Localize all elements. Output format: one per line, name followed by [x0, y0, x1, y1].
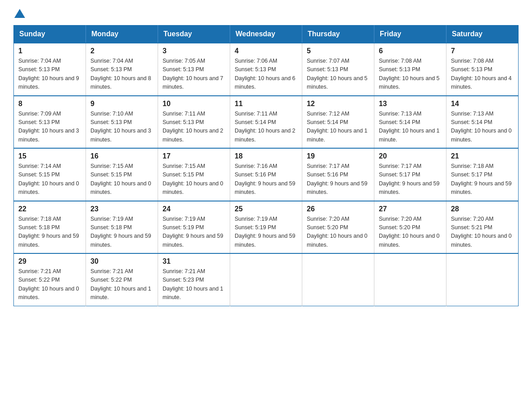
calendar-table: SundayMondayTuesdayWednesdayThursdayFrid…: [13, 25, 519, 306]
day-number: 24: [163, 205, 225, 213]
day-cell: 6 Sunrise: 7:08 AMSunset: 5:13 PMDayligh…: [374, 43, 446, 96]
day-number: 4: [235, 47, 297, 55]
day-info: Sunrise: 7:19 AMSunset: 5:18 PMDaylight:…: [90, 216, 151, 248]
day-number: 29: [18, 257, 81, 265]
day-cell: 27 Sunrise: 7:20 AMSunset: 5:20 PMDaylig…: [374, 201, 446, 254]
day-cell: 21 Sunrise: 7:18 AMSunset: 5:17 PMDaylig…: [446, 148, 519, 201]
day-cell: 17 Sunrise: 7:15 AMSunset: 5:15 PMDaylig…: [158, 148, 230, 201]
day-info: Sunrise: 7:04 AMSunset: 5:13 PMDaylight:…: [90, 58, 151, 90]
day-cell: 23 Sunrise: 7:19 AMSunset: 5:18 PMDaylig…: [86, 201, 158, 254]
day-number: 6: [379, 47, 442, 55]
header-wednesday: Wednesday: [230, 26, 302, 43]
day-number: 27: [379, 205, 442, 213]
day-cell: 31 Sunrise: 7:21 AMSunset: 5:23 PMDaylig…: [158, 253, 230, 306]
day-cell: 18 Sunrise: 7:16 AMSunset: 5:16 PMDaylig…: [230, 148, 302, 201]
day-cell: [374, 253, 446, 306]
day-cell: 5 Sunrise: 7:07 AMSunset: 5:13 PMDayligh…: [302, 43, 374, 96]
day-info: Sunrise: 7:10 AMSunset: 5:13 PMDaylight:…: [90, 111, 151, 143]
week-row-5: 29 Sunrise: 7:21 AMSunset: 5:22 PMDaylig…: [14, 253, 519, 306]
header-saturday: Saturday: [446, 26, 519, 43]
day-cell: 28 Sunrise: 7:20 AMSunset: 5:21 PMDaylig…: [446, 201, 519, 254]
day-cell: 9 Sunrise: 7:10 AMSunset: 5:13 PMDayligh…: [86, 96, 158, 149]
day-number: 31: [163, 257, 225, 265]
day-number: 23: [90, 205, 153, 213]
day-cell: 13 Sunrise: 7:13 AMSunset: 5:14 PMDaylig…: [374, 96, 446, 149]
day-cell: 10 Sunrise: 7:11 AMSunset: 5:13 PMDaylig…: [158, 96, 230, 149]
day-cell: 8 Sunrise: 7:09 AMSunset: 5:13 PMDayligh…: [14, 96, 86, 149]
day-cell: 14 Sunrise: 7:13 AMSunset: 5:14 PMDaylig…: [446, 96, 519, 149]
day-info: Sunrise: 7:21 AMSunset: 5:22 PMDaylight:…: [18, 268, 79, 300]
day-info: Sunrise: 7:19 AMSunset: 5:19 PMDaylight:…: [163, 216, 223, 248]
day-info: Sunrise: 7:17 AMSunset: 5:17 PMDaylight:…: [379, 163, 440, 195]
day-number: 15: [18, 152, 81, 160]
day-cell: 7 Sunrise: 7:08 AMSunset: 5:13 PMDayligh…: [446, 43, 519, 96]
day-cell: 24 Sunrise: 7:19 AMSunset: 5:19 PMDaylig…: [158, 201, 230, 254]
day-cell: [230, 253, 302, 306]
day-cell: 22 Sunrise: 7:18 AMSunset: 5:18 PMDaylig…: [14, 201, 86, 254]
day-number: 11: [235, 100, 297, 108]
day-info: Sunrise: 7:16 AMSunset: 5:16 PMDaylight:…: [235, 163, 296, 195]
day-info: Sunrise: 7:08 AMSunset: 5:13 PMDaylight:…: [379, 58, 440, 90]
header-monday: Monday: [86, 26, 158, 43]
day-cell: 20 Sunrise: 7:17 AMSunset: 5:17 PMDaylig…: [374, 148, 446, 201]
day-info: Sunrise: 7:20 AMSunset: 5:20 PMDaylight:…: [307, 216, 368, 248]
day-cell: 2 Sunrise: 7:04 AMSunset: 5:13 PMDayligh…: [86, 43, 158, 96]
day-number: 10: [163, 100, 225, 108]
week-row-4: 22 Sunrise: 7:18 AMSunset: 5:18 PMDaylig…: [14, 201, 519, 254]
day-number: 21: [451, 152, 514, 160]
day-number: 8: [18, 100, 81, 108]
day-info: Sunrise: 7:18 AMSunset: 5:18 PMDaylight:…: [18, 216, 79, 248]
day-number: 26: [307, 205, 369, 213]
day-number: 9: [90, 100, 153, 108]
day-number: 22: [18, 205, 81, 213]
day-number: 18: [235, 152, 297, 160]
day-cell: 30 Sunrise: 7:21 AMSunset: 5:22 PMDaylig…: [86, 253, 158, 306]
day-info: Sunrise: 7:11 AMSunset: 5:13 PMDaylight:…: [163, 111, 223, 143]
day-number: 2: [90, 47, 153, 55]
day-info: Sunrise: 7:21 AMSunset: 5:22 PMDaylight:…: [90, 268, 151, 300]
day-number: 20: [379, 152, 442, 160]
day-info: Sunrise: 7:18 AMSunset: 5:17 PMDaylight:…: [451, 163, 512, 195]
day-cell: 16 Sunrise: 7:15 AMSunset: 5:15 PMDaylig…: [86, 148, 158, 201]
day-info: Sunrise: 7:19 AMSunset: 5:19 PMDaylight:…: [235, 216, 296, 248]
day-info: Sunrise: 7:09 AMSunset: 5:13 PMDaylight:…: [18, 111, 79, 143]
day-cell: 1 Sunrise: 7:04 AMSunset: 5:13 PMDayligh…: [14, 43, 86, 96]
header-tuesday: Tuesday: [158, 26, 230, 43]
day-number: 14: [451, 100, 514, 108]
day-cell: 26 Sunrise: 7:20 AMSunset: 5:20 PMDaylig…: [302, 201, 374, 254]
header-sunday: Sunday: [14, 26, 86, 43]
day-number: 16: [90, 152, 153, 160]
day-info: Sunrise: 7:13 AMSunset: 5:14 PMDaylight:…: [451, 111, 512, 143]
day-info: Sunrise: 7:11 AMSunset: 5:14 PMDaylight:…: [235, 111, 296, 143]
day-cell: 29 Sunrise: 7:21 AMSunset: 5:22 PMDaylig…: [14, 253, 86, 306]
day-info: Sunrise: 7:04 AMSunset: 5:13 PMDaylight:…: [18, 58, 79, 90]
day-info: Sunrise: 7:13 AMSunset: 5:14 PMDaylight:…: [379, 111, 440, 143]
day-number: 7: [451, 47, 514, 55]
day-cell: 19 Sunrise: 7:17 AMSunset: 5:16 PMDaylig…: [302, 148, 374, 201]
header-friday: Friday: [374, 26, 446, 43]
day-cell: 3 Sunrise: 7:05 AMSunset: 5:13 PMDayligh…: [158, 43, 230, 96]
page-header: [13, 9, 519, 16]
day-number: 30: [90, 257, 153, 265]
day-cell: 25 Sunrise: 7:19 AMSunset: 5:19 PMDaylig…: [230, 201, 302, 254]
day-info: Sunrise: 7:15 AMSunset: 5:15 PMDaylight:…: [90, 163, 151, 195]
day-info: Sunrise: 7:05 AMSunset: 5:13 PMDaylight:…: [163, 58, 223, 90]
day-info: Sunrise: 7:21 AMSunset: 5:23 PMDaylight:…: [163, 268, 223, 300]
header-thursday: Thursday: [302, 26, 374, 43]
day-cell: [302, 253, 374, 306]
day-info: Sunrise: 7:20 AMSunset: 5:20 PMDaylight:…: [379, 216, 440, 248]
day-info: Sunrise: 7:06 AMSunset: 5:13 PMDaylight:…: [235, 58, 296, 90]
day-number: 25: [235, 205, 297, 213]
day-number: 1: [18, 47, 81, 55]
day-info: Sunrise: 7:12 AMSunset: 5:14 PMDaylight:…: [307, 111, 368, 143]
day-number: 19: [307, 152, 369, 160]
day-number: 13: [379, 100, 442, 108]
day-number: 28: [451, 205, 514, 213]
day-number: 3: [163, 47, 225, 55]
week-row-2: 8 Sunrise: 7:09 AMSunset: 5:13 PMDayligh…: [14, 96, 519, 149]
day-number: 17: [163, 152, 225, 160]
calendar-header-row: SundayMondayTuesdayWednesdayThursdayFrid…: [14, 26, 519, 43]
logo-triangle-icon: [14, 9, 25, 18]
day-info: Sunrise: 7:07 AMSunset: 5:13 PMDaylight:…: [307, 58, 368, 90]
day-info: Sunrise: 7:15 AMSunset: 5:15 PMDaylight:…: [163, 163, 223, 195]
